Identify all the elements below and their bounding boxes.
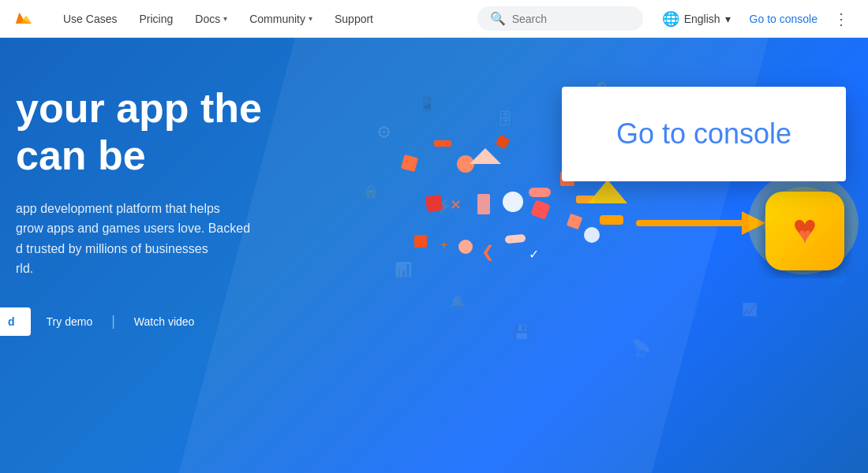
console-popup-text: Go to console: [616, 117, 791, 151]
nav-logo[interactable]: [13, 8, 35, 30]
nav-pricing[interactable]: Pricing: [129, 8, 182, 30]
search-input[interactable]: [512, 13, 630, 25]
nav-use-cases[interactable]: Use Cases: [54, 8, 126, 30]
more-options-button[interactable]: ⋮: [827, 5, 855, 33]
try-demo-button[interactable]: Try demo: [31, 307, 109, 336]
hero-section: ⚙ 📱 🔒 ⚡ 📊 🔔 🗄 💾 🔑 📡 🧩 📈 🔍 🌐 ✕: [0, 38, 868, 473]
nav-links: Use Cases Pricing Docs ▾ Community ▾ Sup…: [54, 8, 468, 30]
search-bar[interactable]: 🔍: [477, 6, 643, 31]
hero-actions: d Try demo | Watch video: [0, 307, 379, 336]
community-chevron-icon: ▾: [309, 14, 312, 23]
hero-title: your app the can be: [0, 85, 379, 180]
language-chevron-icon: ▾: [725, 13, 731, 25]
nav-support[interactable]: Support: [325, 8, 383, 30]
hero-subtitle: app development platform that helps grow…: [0, 199, 347, 279]
globe-icon: 🌐: [662, 10, 679, 28]
get-started-button[interactable]: d: [0, 307, 31, 336]
language-label: English: [684, 13, 720, 25]
language-selector[interactable]: 🌐 English ▾: [653, 6, 740, 32]
action-divider: |: [111, 313, 115, 330]
hero-content: your app the can be app development plat…: [0, 38, 379, 336]
nav-docs[interactable]: Docs ▾: [185, 8, 237, 30]
nav-community[interactable]: Community ▾: [240, 8, 322, 30]
console-popup: Go to console: [562, 87, 846, 181]
navbar: Use Cases Pricing Docs ▾ Community ▾ Sup…: [0, 0, 868, 38]
watch-video-button[interactable]: Watch video: [118, 307, 211, 336]
go-to-console-button[interactable]: Go to console: [740, 8, 827, 30]
docs-chevron-icon: ▾: [223, 14, 227, 23]
search-icon: 🔍: [490, 11, 506, 26]
